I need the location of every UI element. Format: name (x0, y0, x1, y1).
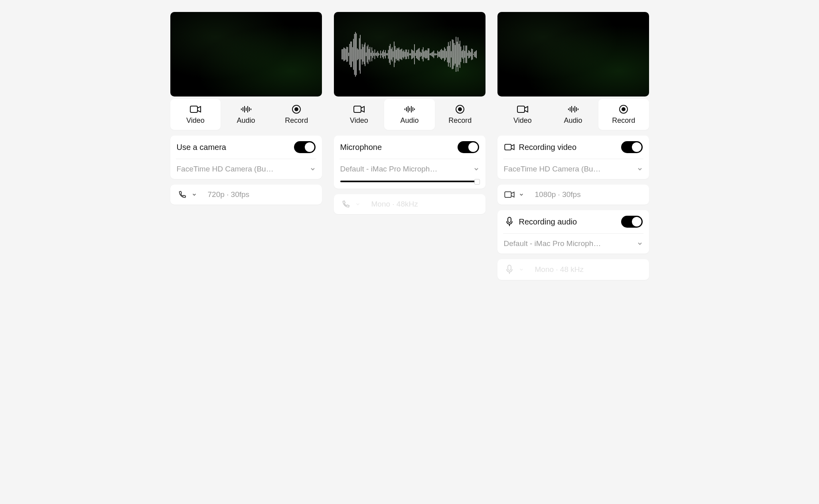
panel-audio: Video Audio (334, 12, 485, 214)
recording-video-card: Recording video FaceTime HD Camera (Bu… (497, 136, 649, 179)
tab-video[interactable]: Video (170, 99, 221, 130)
tabs: Video Audio (334, 99, 485, 130)
tab-label: Audio (400, 116, 418, 125)
call-audio-card: Mono · 48kHz (334, 194, 485, 214)
call-quality-card: 720p · 30fps (170, 185, 322, 205)
tab-label: Audio (564, 116, 582, 125)
device-name: Default - iMac Pro Microph… (340, 165, 470, 173)
quality-text: 1080p · 30fps (535, 190, 581, 199)
microphone-icon (504, 265, 515, 274)
record-icon (619, 104, 628, 114)
section-title: Microphone (340, 143, 454, 152)
camera-icon (517, 104, 528, 114)
chevron-down-icon (192, 192, 197, 197)
tab-record[interactable]: Record (271, 99, 322, 130)
record-icon (455, 104, 465, 114)
chevron-down-icon (637, 241, 643, 246)
audio-format-text: Mono · 48 kHz (535, 265, 584, 274)
tab-label: Record (448, 116, 472, 125)
svg-point-9 (295, 108, 298, 111)
recording-audio-toggle-row: Recording audio (497, 210, 649, 233)
device-name: Default - iMac Pro Microph… (504, 239, 633, 248)
phone-icon (177, 190, 188, 199)
waveform-icon (241, 104, 252, 114)
microphone-card: Microphone Default - iMac Pro Microph… (334, 136, 485, 189)
svg-rect-171 (505, 192, 511, 197)
recording-audio-toggle[interactable] (621, 216, 643, 228)
recording-video-device-select[interactable]: FaceTime HD Camera (Bu… (497, 159, 649, 179)
recording-audio-format-select[interactable]: Mono · 48 kHz (497, 259, 649, 280)
camera-card: Use a camera FaceTime HD Camera (Bu… (170, 136, 322, 179)
panel-record: Video Audio (497, 12, 649, 280)
tabs: Video Audio (170, 99, 322, 130)
tab-label: Audio (237, 116, 255, 125)
chevron-down-icon (519, 267, 524, 272)
recording-audio-card: Recording audio Default - iMac Pro Micro… (497, 210, 649, 254)
microphone-volume-row (334, 179, 485, 189)
call-audio-select[interactable]: Mono · 48kHz (334, 194, 485, 214)
device-name: FaceTime HD Camera (Bu… (177, 165, 306, 173)
record-preview (497, 12, 649, 96)
svg-rect-150 (354, 106, 361, 112)
waveform-icon (404, 104, 415, 114)
tab-label: Record (285, 116, 308, 125)
tab-audio[interactable]: Audio (384, 99, 435, 130)
video-preview (170, 12, 322, 96)
camera-icon (190, 104, 201, 114)
panel-video: Video Audio (170, 12, 322, 205)
tab-audio[interactable]: Audio (221, 99, 271, 130)
recording-audio-device-select[interactable]: Default - iMac Pro Microph… (497, 234, 649, 254)
waveform-icon (568, 104, 579, 114)
tabs: Video Audio (497, 99, 649, 130)
tab-video[interactable]: Video (334, 99, 385, 130)
tab-record[interactable]: Record (598, 99, 649, 130)
phone-icon (340, 200, 351, 209)
tab-record[interactable]: Record (435, 99, 485, 130)
svg-point-159 (458, 108, 462, 111)
tab-label: Video (186, 116, 205, 125)
tab-label: Video (513, 116, 532, 125)
audio-format-text: Mono · 48kHz (371, 200, 418, 209)
camera-toggle[interactable] (294, 141, 316, 153)
tab-video[interactable]: Video (497, 99, 548, 130)
chevron-down-icon (637, 166, 643, 172)
chevron-down-icon (474, 166, 479, 172)
microphone-icon (504, 217, 515, 226)
record-icon (292, 104, 301, 114)
quality-text: 720p · 30fps (208, 190, 250, 199)
audio-preview (334, 12, 485, 96)
camera-icon (353, 104, 365, 114)
chevron-down-icon (310, 166, 316, 172)
section-title: Use a camera (177, 143, 290, 152)
recording-video-quality-card: 1080p · 30fps (497, 185, 649, 205)
camera-device-select[interactable]: FaceTime HD Camera (Bu… (170, 159, 322, 179)
call-quality-select[interactable]: 720p · 30fps (170, 185, 322, 205)
microphone-device-select[interactable]: Default - iMac Pro Microph… (334, 159, 485, 179)
chevron-down-icon (519, 192, 524, 197)
tab-audio[interactable]: Audio (548, 99, 598, 130)
svg-rect-0 (190, 106, 197, 112)
camera-icon (504, 144, 515, 151)
tab-label: Video (350, 116, 368, 125)
microphone-volume-slider[interactable] (340, 181, 479, 182)
microphone-toggle-row: Microphone (334, 136, 485, 159)
recording-video-toggle[interactable] (621, 141, 643, 153)
tab-label: Record (612, 116, 635, 125)
section-title: Recording video (519, 143, 617, 152)
camera-toggle-row: Use a camera (170, 136, 322, 159)
svg-point-169 (622, 108, 625, 111)
chevron-down-icon (355, 202, 360, 207)
device-name: FaceTime HD Camera (Bu… (504, 165, 633, 173)
svg-rect-174 (508, 265, 511, 270)
svg-rect-172 (508, 217, 511, 222)
microphone-toggle[interactable] (458, 141, 479, 153)
waveform-visualization (340, 25, 480, 84)
section-title: Recording audio (519, 217, 617, 226)
svg-rect-170 (505, 144, 511, 150)
recording-audio-format-card: Mono · 48 kHz (497, 259, 649, 280)
camera-icon (504, 191, 515, 198)
svg-rect-160 (517, 106, 525, 112)
recording-video-toggle-row: Recording video (497, 136, 649, 159)
recording-video-quality-select[interactable]: 1080p · 30fps (497, 185, 649, 205)
